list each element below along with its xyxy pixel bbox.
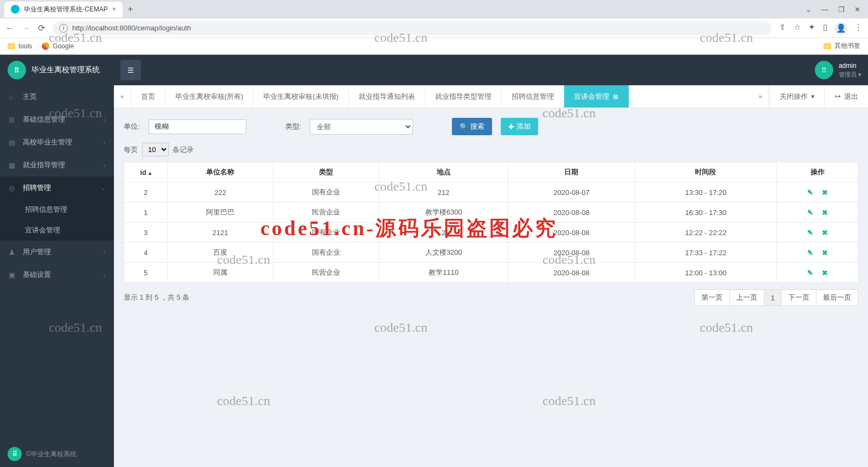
tab-guidance-notice[interactable]: 就业指导通知列表 — [349, 85, 425, 108]
close-window-icon[interactable]: ✕ — [854, 5, 860, 14]
user-info[interactable]: admin 管理员 ▾ — [839, 62, 861, 78]
delete-icon[interactable]: ✖ — [822, 188, 828, 197]
browser-tab-active[interactable]: 毕业生离校管理系统-CEMAP × — [4, 2, 123, 17]
sidebar: ⠿ 毕业生离校管理系统 ⌂主页 ⊞基础信息管理‹ ▤高校毕业生管理‹ ▦就业指导… — [0, 55, 114, 467]
bookmark-other[interactable]: 其他书签 — [824, 41, 860, 51]
close-icon[interactable]: × — [112, 5, 116, 13]
user-icon: ♟ — [9, 248, 17, 256]
delete-icon[interactable]: ✖ — [822, 209, 828, 217]
maximize-icon[interactable]: ❐ — [838, 5, 845, 14]
tab-guidance-type[interactable]: 就业指导类型管理 — [425, 85, 502, 108]
tab-home[interactable]: 首页 — [131, 85, 165, 108]
home-icon: ⌂ — [9, 93, 17, 101]
refresh-button[interactable]: ⟳ — [38, 23, 45, 33]
minimize-icon[interactable]: — — [821, 5, 828, 14]
tab-recruit-info[interactable]: 招聘信息管理 — [502, 85, 564, 108]
address-bar[interactable]: i http://localhost:8080/cemap/login/auth — [53, 21, 771, 35]
delete-icon[interactable]: ✖ — [822, 269, 828, 277]
menu-recruitment[interactable]: ◎招聘管理⌄ — [0, 176, 114, 199]
type-label: 类型: — [285, 122, 302, 131]
menu-basic-info[interactable]: ⊞基础信息管理‹ — [0, 108, 114, 131]
cell-action: ✎✖ — [777, 223, 858, 243]
content-area: 单位: 类型: 全部 🔍搜索 ✚添加 每页 10 条记录 id▴ 单位名称 — [114, 108, 868, 315]
new-tab-button[interactable]: + — [123, 2, 138, 16]
cell-id: 4 — [124, 243, 168, 263]
tab-audit-all[interactable]: 毕业生离校审核(所有) — [165, 85, 254, 108]
delete-icon[interactable]: ✖ — [822, 249, 828, 257]
page-prev[interactable]: 上一页 — [729, 289, 764, 306]
close-icon[interactable]: ⊗ — [612, 92, 619, 101]
favorite-icon[interactable]: ☆ — [794, 22, 801, 34]
col-time[interactable]: 时间段 — [635, 162, 776, 182]
hamburger-button[interactable]: ☰ — [120, 60, 141, 80]
unit-label: 单位: — [124, 122, 140, 131]
forward-button[interactable]: → — [22, 23, 30, 33]
close-operations[interactable]: 关闭操作 ▾ — [769, 85, 825, 108]
col-type[interactable]: 类型 — [273, 162, 379, 182]
browser-chrome: 毕业生离校管理系统-CEMAP × + ⌄ — ❐ ✕ ← → ⟳ i http… — [0, 0, 868, 55]
cell-date: 2020-08-08 — [508, 223, 635, 243]
cell-place: 2 — [379, 223, 508, 243]
add-button[interactable]: ✚添加 — [501, 118, 538, 135]
type-select[interactable]: 全部 — [310, 119, 413, 135]
menu-home[interactable]: ⌂主页 — [0, 85, 114, 108]
user-avatar-icon[interactable]: ⠿ — [815, 61, 833, 79]
menu-icon[interactable]: ⋮ — [854, 22, 863, 34]
submenu-talk-meeting[interactable]: 宣讲会管理 — [0, 220, 114, 241]
reading-list-icon[interactable]: ▯ — [823, 22, 827, 34]
search-button[interactable]: 🔍搜索 — [452, 118, 492, 135]
share-icon[interactable]: ⇪ — [779, 22, 786, 34]
topbar: ☰ ⠿ admin 管理员 ▾ — [114, 55, 868, 85]
page-next[interactable]: 下一页 — [781, 289, 816, 306]
edit-icon[interactable]: ✎ — [807, 249, 813, 257]
page-1[interactable]: 1 — [764, 289, 782, 306]
profile-icon[interactable]: 👤 — [835, 22, 847, 34]
col-place[interactable]: 地点 — [379, 162, 508, 182]
cell-date: 2020-08-07 — [508, 182, 635, 203]
cell-name: 同属 — [168, 263, 273, 283]
menu-user[interactable]: ♟用户管理‹ — [0, 241, 114, 263]
edit-icon[interactable]: ✎ — [807, 229, 813, 237]
user-role: 管理员 — [839, 71, 857, 78]
logout-button[interactable]: ↦ 退出 — [825, 85, 868, 108]
cell-action: ✎✖ — [777, 203, 858, 223]
site-info-icon[interactable]: i — [59, 24, 68, 33]
bookmark-tools[interactable]: tools — [8, 42, 32, 50]
edit-icon[interactable]: ✎ — [807, 269, 813, 277]
delete-icon[interactable]: ✖ — [822, 229, 828, 237]
edit-icon[interactable]: ✎ — [807, 188, 813, 197]
cell-name: 222 — [168, 182, 273, 203]
tabs-scroll-right[interactable]: » — [752, 85, 769, 108]
sidebar-menu: ⌂主页 ⊞基础信息管理‹ ▤高校毕业生管理‹ ▦就业指导管理‹ ◎招聘管理⌄ 招… — [0, 85, 114, 440]
cell-place: 人文楼3200 — [379, 243, 508, 263]
page-last[interactable]: 最后一页 — [816, 289, 858, 306]
cell-type: 民营企业 — [273, 203, 379, 223]
edit-icon[interactable]: ✎ — [807, 209, 813, 217]
tab-audit-unfilled[interactable]: 毕业生离校审核(未填报) — [253, 85, 349, 108]
table-row: 2222国有企业2122020-08-0713:30 - 17:20✎✖ — [124, 182, 858, 203]
pagination: 第一页 上一页 1 下一页 最后一页 — [695, 289, 858, 306]
page-first[interactable]: 第一页 — [694, 289, 730, 306]
cell-name: 百度 — [168, 243, 273, 263]
back-button[interactable]: ← — [5, 23, 14, 33]
username: admin — [839, 62, 861, 71]
menu-graduates[interactable]: ▤高校毕业生管理‹ — [0, 131, 114, 154]
col-name[interactable]: 单位名称 — [168, 162, 273, 182]
tab-talk-meeting[interactable]: 宣讲会管理 ⊗ — [564, 85, 629, 108]
length-select[interactable]: 10 — [142, 143, 169, 156]
col-date[interactable]: 日期 — [508, 162, 635, 182]
submenu-recruit-info[interactable]: 招聘信息管理 — [0, 199, 114, 220]
tabs-scroll-left[interactable]: « — [114, 85, 131, 108]
table-row: 32121国有企业22020-08-0812:22 - 22:22✎✖ — [124, 223, 858, 243]
cell-type: 国有企业 — [273, 182, 379, 203]
cell-name: 阿里巴巴 — [168, 203, 273, 223]
menu-guidance[interactable]: ▦就业指导管理‹ — [0, 154, 114, 176]
unit-input[interactable] — [149, 119, 246, 134]
chevron-left-icon: ‹ — [104, 140, 105, 146]
extensions-icon[interactable]: ✦ — [808, 22, 815, 34]
bookmark-google[interactable]: Google — [42, 42, 74, 50]
col-id[interactable]: id▴ — [124, 162, 168, 182]
menu-settings[interactable]: ▣基础设置‹ — [0, 263, 114, 286]
dropdown-icon[interactable]: ⌄ — [806, 5, 812, 14]
cell-place: 教学1110 — [379, 263, 508, 283]
